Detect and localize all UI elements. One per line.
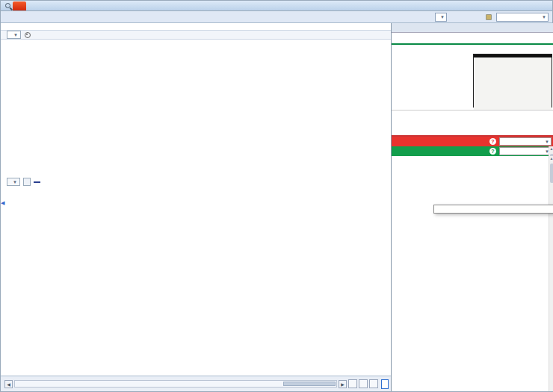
today-main-force-box	[473, 54, 552, 108]
fundamental-metrics	[392, 111, 553, 137]
stock-header	[392, 33, 553, 45]
chart-scrollbar[interactable]	[14, 380, 337, 388]
ohlc-row	[1, 40, 391, 47]
magnifier-button[interactable]	[359, 379, 368, 388]
sell-filter-dropdown[interactable]: ▼	[499, 147, 552, 155]
zoom-in-button[interactable]	[369, 379, 378, 388]
indicator-filter-row: ▼	[1, 30, 391, 40]
custom-dropdown[interactable]: ▼	[7, 31, 21, 39]
sell-table-header: ? ▼	[392, 146, 553, 156]
collapse-handle-icon[interactable]: ◀	[1, 200, 4, 206]
calendar-icon[interactable]	[486, 14, 492, 20]
legend-dash-icon	[34, 181, 40, 183]
kline-chart-canvas[interactable]	[1, 47, 391, 376]
scroll-right-arrow[interactable]: ▶	[339, 380, 347, 388]
app-window: ▼ ▼ ▼	[0, 0, 553, 392]
toolbar-date-box[interactable]	[381, 379, 389, 389]
kline-chart[interactable]: ◀ ▼	[1, 47, 391, 376]
volume-pane-label	[8, 190, 13, 196]
panel-tabs	[392, 23, 553, 33]
cumulative-diff-legend	[34, 181, 42, 183]
help-icon[interactable]: ?	[489, 138, 496, 145]
scrollbar-thumb[interactable]	[283, 382, 336, 386]
broker-tooltip	[433, 205, 553, 214]
ma-legend	[1, 23, 391, 30]
chart-column: ▼ ◀ ▼	[1, 23, 391, 391]
price-volume-dropdown[interactable]: ▼	[7, 178, 20, 186]
nav-row: ▼ ▼	[1, 11, 552, 23]
date-select[interactable]: ▼	[496, 13, 549, 22]
stat-days-select[interactable]: ▼	[435, 13, 447, 22]
pane2-controls: ▼	[7, 176, 42, 187]
search-icon[interactable]	[5, 3, 10, 8]
bottom-toolbar: ◀ ▶	[1, 376, 391, 391]
buy-table-header: ? ▼	[392, 137, 553, 146]
help-icon[interactable]: ?	[489, 148, 496, 155]
window-button[interactable]	[23, 178, 31, 186]
scroll-left-arrow[interactable]: ◀	[4, 380, 13, 388]
zoom-out-button[interactable]	[348, 379, 357, 388]
title-bar	[1, 1, 552, 11]
sell-table-scrollbar[interactable]: ▲	[549, 156, 553, 391]
gear-icon[interactable]	[25, 32, 31, 38]
stats-block	[392, 45, 553, 111]
stock-tab[interactable]	[13, 1, 26, 10]
buy-filter-dropdown[interactable]: ▼	[499, 137, 552, 146]
chip-analysis-panel: ? ▼ ▲ ? ▼ ▲	[391, 23, 553, 391]
